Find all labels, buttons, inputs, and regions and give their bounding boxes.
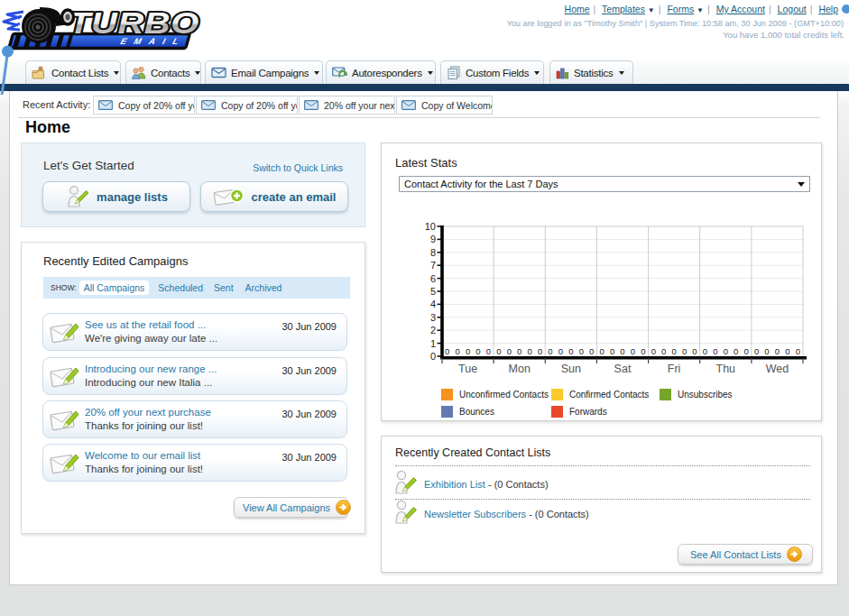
svg-text:0: 0 [430, 351, 436, 362]
svg-text:0: 0 [445, 346, 449, 356]
svg-text:7: 7 [430, 260, 436, 271]
svg-text:Wed: Wed [766, 363, 789, 375]
svg-text:Sat: Sat [614, 363, 632, 375]
svg-text:0: 0 [558, 346, 563, 356]
svg-text:0: 0 [796, 346, 800, 356]
svg-text:0: 0 [775, 346, 780, 356]
svg-text:Mon: Mon [509, 363, 531, 375]
svg-text:0: 0 [466, 346, 470, 356]
svg-text:0: 0 [764, 346, 769, 356]
svg-text:TURBO: TURBO [69, 7, 199, 41]
svg-text:0: 0 [548, 346, 552, 356]
svg-text:0: 0 [579, 346, 584, 356]
svg-text:2: 2 [430, 325, 436, 336]
svg-text:0: 0 [785, 346, 789, 356]
svg-text:3: 3 [430, 312, 436, 323]
svg-text:1: 1 [430, 338, 436, 349]
svg-text:0: 0 [538, 346, 542, 356]
svg-text:8: 8 [430, 247, 436, 258]
svg-text:0: 0 [589, 346, 594, 356]
svg-text:0: 0 [496, 346, 501, 356]
svg-text:0: 0 [641, 346, 645, 356]
svg-text:0: 0 [713, 346, 717, 356]
svg-text:0: 0 [517, 346, 521, 356]
svg-text:0: 0 [754, 346, 759, 356]
svg-text:5: 5 [430, 286, 436, 297]
svg-text:6: 6 [430, 273, 436, 284]
svg-text:Fri: Fri [668, 363, 681, 375]
svg-text:0: 0 [671, 346, 676, 356]
svg-text:0: 0 [620, 346, 624, 356]
svg-text:Thu: Thu [716, 363, 736, 375]
svg-text:0: 0 [568, 346, 573, 356]
svg-text:0: 0 [682, 346, 687, 356]
svg-text:Sun: Sun [561, 363, 581, 375]
svg-text:0: 0 [631, 346, 635, 356]
svg-text:0: 0 [507, 346, 512, 356]
svg-text:0: 0 [455, 346, 459, 356]
svg-text:0: 0 [486, 346, 491, 356]
svg-text:9: 9 [430, 234, 436, 244]
svg-text:0: 0 [692, 346, 697, 356]
svg-text:0: 0 [527, 346, 531, 356]
svg-text:0: 0 [661, 346, 666, 356]
svg-text:0: 0 [743, 346, 748, 356]
svg-text:Tue: Tue [458, 363, 477, 375]
svg-text:0: 0 [703, 346, 707, 356]
svg-text:0: 0 [651, 346, 656, 356]
svg-text:4: 4 [430, 299, 436, 309]
svg-text:0: 0 [724, 346, 728, 356]
svg-text:10: 10 [425, 221, 436, 232]
svg-text:0: 0 [475, 346, 480, 356]
svg-text:0: 0 [610, 346, 614, 356]
svg-text:0: 0 [599, 346, 604, 356]
svg-text:0: 0 [734, 346, 738, 356]
